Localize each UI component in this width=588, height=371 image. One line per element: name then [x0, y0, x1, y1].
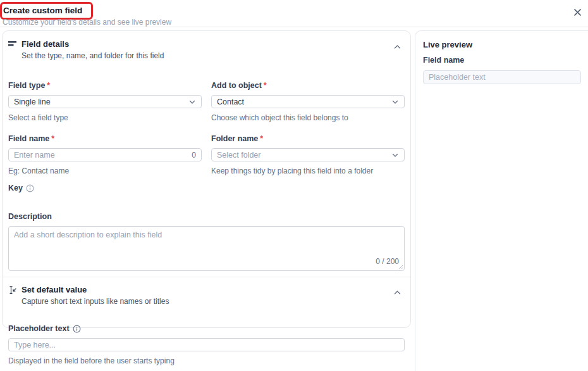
label-text: Field type [8, 81, 45, 90]
chevron-down-icon [188, 98, 196, 106]
label-text: Folder name [211, 134, 258, 143]
folder-name-select[interactable]: Select folder [211, 148, 405, 161]
section-field-details-header[interactable]: Field details Set the type, name, and fo… [8, 39, 405, 60]
description-label: Description [8, 212, 405, 221]
add-to-object-helper: Choose which object this field belongs t… [211, 113, 405, 122]
placeholder-text-group: Placeholder text Displayed in the field … [8, 324, 405, 365]
add-to-object-select[interactable]: Contact [211, 95, 405, 108]
preview-field-label: Field name [423, 56, 584, 65]
field-name-input[interactable] [8, 148, 202, 161]
selected-value: Contact [217, 97, 244, 106]
live-preview-panel: Live preview Field name [415, 30, 588, 371]
section-subtitle: Capture short text inputs like names or … [21, 297, 393, 306]
required-asterisk: * [260, 134, 263, 143]
close-icon [573, 8, 582, 17]
section-subtitle: Set the type, name, and folder for this … [21, 51, 393, 60]
field-name-helper: Eg: Contact name [8, 167, 202, 175]
folder-name-label: Folder name * [211, 134, 405, 143]
description-group: Description 0 / 200 [8, 212, 405, 271]
page-subtitle: Customize your field's details and see l… [3, 18, 171, 27]
placeholder-text-helper: Displayed in the field before the user s… [8, 356, 405, 365]
chevron-down-icon [391, 151, 399, 159]
label-text: Field name [8, 134, 49, 143]
field-type-label: Field type * [8, 81, 202, 90]
select-placeholder: Select folder [217, 151, 260, 160]
placeholder-text-input[interactable] [8, 338, 405, 351]
chevron-down-icon [391, 98, 399, 106]
add-to-object-group: Add to object * Contact Choose which obj… [211, 81, 405, 122]
preview-input[interactable] [423, 70, 581, 84]
folder-name-helper: Keep things tidy by placing this field i… [211, 167, 405, 175]
add-to-object-label: Add to object * [211, 81, 405, 90]
required-asterisk: * [264, 81, 267, 90]
section-default-value-header[interactable]: Set default value Capture short text inp… [8, 285, 405, 306]
info-icon[interactable] [73, 325, 81, 333]
placeholder-text-label: Placeholder text [8, 324, 405, 333]
chevron-up-icon[interactable] [393, 43, 403, 53]
field-type-select[interactable]: Single line [8, 95, 202, 108]
required-asterisk: * [47, 81, 50, 90]
key-row: Key [8, 184, 405, 192]
chevron-up-icon[interactable] [393, 289, 403, 299]
text-cursor-input-icon [8, 286, 18, 294]
label-text: Description [8, 212, 52, 221]
selected-value: Single line [14, 97, 51, 106]
folder-name-group: Folder name * Select folder Keep things … [211, 134, 405, 175]
dialog-header: Create custom field Customize your field… [0, 0, 588, 27]
description-textarea[interactable] [8, 226, 405, 271]
section-title: Set default value [21, 285, 393, 294]
field-type-helper: Select a field type [8, 113, 202, 122]
text-lines-icon [8, 40, 18, 48]
resize-handle-icon[interactable] [398, 265, 403, 270]
live-preview-title: Live preview [423, 40, 584, 49]
close-button[interactable] [570, 5, 584, 19]
required-asterisk: * [51, 134, 54, 143]
key-label: Key [8, 184, 23, 192]
label-text: Add to object [211, 81, 262, 90]
info-icon[interactable] [26, 184, 34, 192]
field-type-group: Field type * Single line Select a field … [8, 81, 202, 122]
section-title: Field details [21, 39, 393, 49]
field-name-label: Field name * [8, 134, 202, 143]
field-form-card: Field details Set the type, name, and fo… [2, 30, 411, 328]
field-name-group: Field name * 0 Eg: Contact name [8, 134, 202, 175]
label-text: Placeholder text [8, 324, 70, 333]
page-title: Create custom field [3, 6, 82, 15]
